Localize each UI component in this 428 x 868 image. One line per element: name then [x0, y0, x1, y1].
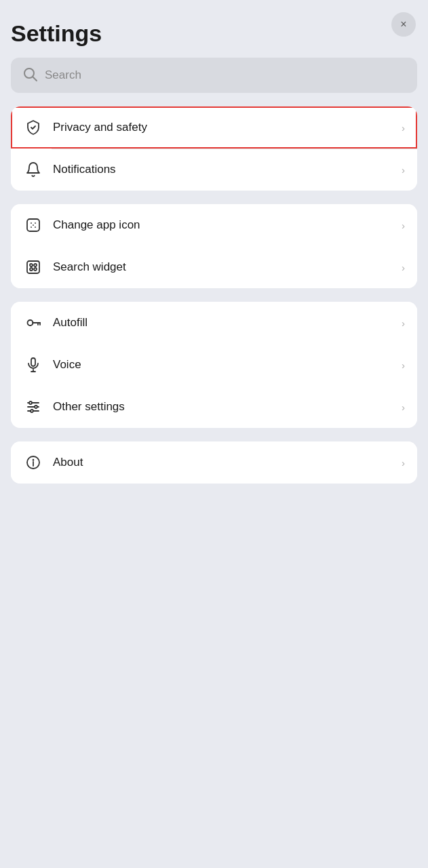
notifications-label: Notifications — [53, 163, 402, 176]
voice-label: Voice — [53, 358, 402, 372]
about-label: About — [53, 456, 402, 469]
key-icon — [23, 313, 43, 333]
search-bar[interactable]: Search — [11, 58, 417, 93]
privacy-safety-label: Privacy and safety — [53, 121, 402, 134]
bell-icon — [23, 159, 43, 180]
shield-check-icon — [23, 117, 43, 138]
svg-point-18 — [29, 401, 32, 404]
search-placeholder: Search — [45, 68, 81, 82]
autofill-chevron: › — [402, 317, 405, 329]
settings-item-about[interactable]: About › — [11, 441, 417, 484]
change-app-icon-label: Change app icon — [53, 218, 402, 232]
settings-group-about: About › — [11, 441, 417, 484]
settings-group-app: Change app icon › Search widget › — [11, 204, 417, 288]
svg-point-6 — [30, 268, 33, 271]
svg-point-19 — [35, 406, 37, 408]
sliders-icon — [23, 397, 43, 417]
settings-item-notifications[interactable]: Notifications › — [11, 149, 417, 191]
settings-page: × Settings Search Privacy and safety › — [0, 0, 428, 868]
voice-chevron: › — [402, 359, 405, 371]
svg-line-1 — [33, 77, 37, 81]
settings-item-change-app-icon[interactable]: Change app icon › — [11, 204, 417, 246]
search-widget-label: Search widget — [53, 260, 402, 274]
svg-rect-3 — [27, 261, 39, 273]
change-app-icon-chevron: › — [402, 220, 405, 231]
svg-point-20 — [31, 410, 33, 412]
settings-item-privacy-safety[interactable]: Privacy and safety › — [11, 106, 417, 149]
autofill-label: Autofill — [53, 316, 402, 330]
widget-icon — [23, 257, 43, 277]
svg-point-7 — [34, 268, 37, 271]
settings-group-tools: Autofill › Voice › — [11, 302, 417, 428]
notifications-chevron: › — [402, 164, 405, 176]
search-icon — [22, 66, 38, 85]
settings-item-voice[interactable]: Voice › — [11, 344, 417, 386]
settings-item-autofill[interactable]: Autofill › — [11, 302, 417, 344]
other-settings-chevron: › — [402, 401, 405, 413]
search-widget-chevron: › — [402, 262, 405, 273]
svg-point-5 — [34, 264, 37, 267]
mic-icon — [23, 355, 43, 375]
page-title: Settings — [11, 20, 417, 47]
svg-rect-12 — [31, 358, 35, 366]
close-icon: × — [400, 18, 406, 31]
privacy-safety-chevron: › — [402, 122, 405, 134]
settings-item-search-widget[interactable]: Search widget › — [11, 246, 417, 288]
info-icon — [23, 452, 43, 473]
svg-point-4 — [30, 264, 33, 267]
about-chevron: › — [402, 457, 405, 469]
settings-group-privacy: Privacy and safety › Notifications › — [11, 106, 417, 191]
app-icon-icon — [23, 215, 43, 235]
settings-item-other-settings[interactable]: Other settings › — [11, 386, 417, 428]
close-button[interactable]: × — [391, 12, 416, 37]
other-settings-label: Other settings — [53, 400, 402, 414]
